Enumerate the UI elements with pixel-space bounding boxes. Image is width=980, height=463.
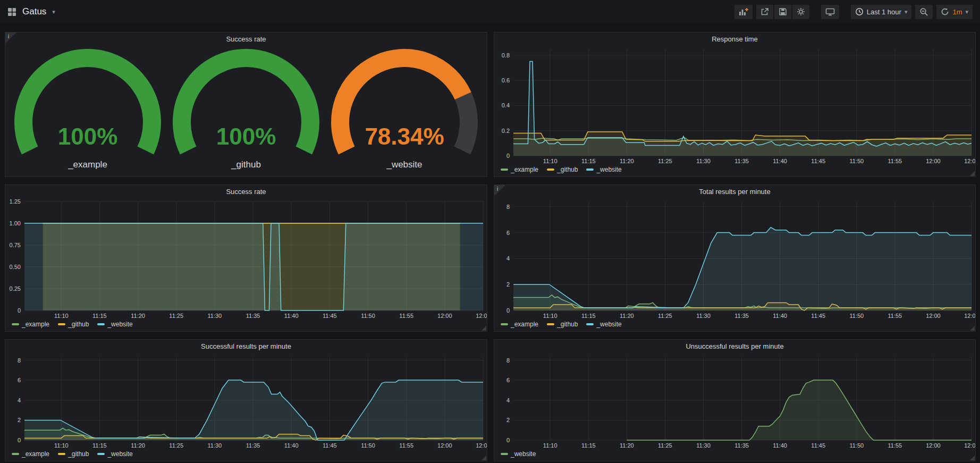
legend-marker (12, 323, 19, 325)
save-dashboard-button[interactable] (774, 5, 791, 19)
legend-item-_github[interactable]: _github (547, 321, 578, 328)
cycle-view-mode-button[interactable] (821, 5, 839, 19)
legend-item-_example[interactable]: _example (501, 321, 538, 328)
unsuccessful-results-chart[interactable]: 11:1011:1511:2011:2511:3011:3511:4011:45… (494, 353, 975, 450)
svg-text:0: 0 (506, 307, 510, 314)
legend-item-_website[interactable]: _website (97, 450, 132, 458)
dashboard-title-caret-icon[interactable]: ▾ (52, 9, 55, 15)
refresh-interval-label: 1m (952, 8, 962, 16)
tv-mode-icon (825, 7, 835, 16)
svg-text:0.75: 0.75 (10, 242, 21, 248)
legend-label: _example (22, 321, 49, 328)
panel-title[interactable]: Success rate (5, 32, 487, 46)
svg-text:12:05: 12:05 (964, 442, 975, 449)
panel-title[interactable]: Total results per minute (494, 185, 975, 198)
legend-marker (501, 323, 508, 325)
panel-info-corner-icon[interactable] (494, 185, 505, 196)
svg-text:11:30: 11:30 (696, 442, 711, 449)
legend-marker (97, 453, 105, 455)
response-time-chart[interactable]: 11:1011:1511:2011:2511:3011:3511:4011:45… (494, 46, 975, 165)
svg-text:11:20: 11:20 (620, 442, 634, 449)
dashboard-settings-button[interactable] (792, 5, 809, 19)
total-results-chart[interactable]: 11:1011:1511:2011:2511:3011:3511:4011:45… (494, 198, 975, 320)
svg-text:11:35: 11:35 (246, 313, 260, 319)
svg-text:11:20: 11:20 (131, 442, 145, 449)
gauge-arc: 100% (172, 47, 320, 159)
save-icon (779, 7, 787, 16)
svg-text:11:35: 11:35 (734, 158, 749, 164)
add-panel-button[interactable] (734, 5, 753, 19)
svg-text:2: 2 (18, 417, 21, 423)
legend-item-_example[interactable]: _example (12, 321, 49, 328)
legend-marker (58, 453, 65, 455)
legend-item-_github[interactable]: _github (58, 321, 89, 328)
svg-text:11:45: 11:45 (323, 313, 337, 319)
svg-text:11:55: 11:55 (399, 442, 413, 449)
svg-text:8: 8 (506, 357, 510, 364)
legend-marker (586, 323, 594, 325)
legend-item-_github[interactable]: _github (547, 166, 578, 173)
legend-item-_github[interactable]: _github (58, 450, 89, 458)
share-dashboard-button[interactable] (756, 5, 773, 19)
gauge-label: _website (386, 159, 422, 170)
legend-item-_example[interactable]: _example (12, 450, 49, 458)
legend-label: _website (107, 450, 132, 458)
chart-canvas: 11:1011:1511:2011:2511:3011:3511:4011:45… (494, 353, 975, 450)
svg-text:11:15: 11:15 (92, 313, 107, 319)
svg-text:11:30: 11:30 (696, 313, 711, 319)
panel-title[interactable]: Successful results per minute (5, 340, 487, 353)
legend-item-_website[interactable]: _website (586, 166, 621, 173)
svg-text:0.2: 0.2 (502, 128, 510, 134)
svg-text:4: 4 (18, 397, 21, 403)
svg-text:1.00: 1.00 (10, 220, 21, 226)
share-icon (761, 7, 769, 16)
legend-item-_website[interactable]: _website (97, 321, 132, 328)
svg-text:11:10: 11:10 (54, 442, 69, 449)
refresh-picker[interactable]: 1m ▾ (936, 5, 973, 19)
svg-text:11:50: 11:50 (849, 313, 864, 319)
chart-canvas: 11:1011:1511:2011:2511:3011:3511:4011:45… (5, 198, 487, 320)
svg-text:1.25: 1.25 (10, 198, 21, 205)
gauge-label: _github (231, 159, 261, 170)
time-range-caret-icon: ▾ (905, 9, 908, 15)
svg-text:11:40: 11:40 (773, 442, 787, 449)
dashboard-title[interactable]: Gatus (22, 6, 46, 17)
panel-unsuccessful-results: Unsuccessful results per minute 11:1011:… (494, 339, 976, 461)
successful-results-chart[interactable]: 11:1011:1511:2011:2511:3011:3511:4011:45… (5, 353, 487, 450)
svg-text:11:35: 11:35 (734, 442, 749, 449)
legend-label: _website (107, 321, 132, 328)
svg-text:11:25: 11:25 (658, 313, 672, 319)
panel-title[interactable]: Success rate (5, 185, 487, 198)
gauges-row: 100% _example 100% _github 78.34% _websi… (5, 46, 487, 176)
svg-text:11:45: 11:45 (811, 442, 825, 449)
svg-text:0.4: 0.4 (502, 102, 510, 108)
legend-item-_example[interactable]: _example (501, 166, 538, 173)
legend-label: _website (596, 166, 621, 173)
dashboard-grid: i Success rate 100% _example 100% _githu… (0, 23, 980, 461)
legend: _example_github_website (494, 320, 975, 331)
legend-item-_website[interactable]: _website (501, 450, 536, 458)
success-rate-chart[interactable]: 11:1011:1511:2011:2511:3011:3511:4011:45… (5, 198, 487, 320)
svg-text:11:20: 11:20 (131, 313, 145, 319)
gauge-arc: 100% (13, 47, 162, 159)
svg-text:11:35: 11:35 (734, 313, 749, 319)
svg-text:6: 6 (18, 377, 21, 383)
svg-text:12:00: 12:00 (926, 158, 941, 164)
svg-text:2: 2 (506, 281, 510, 288)
svg-text:11:25: 11:25 (169, 442, 183, 449)
panel-title[interactable]: Response time (494, 32, 975, 46)
dashboard-grid-icon[interactable] (7, 7, 16, 16)
gauge-arc: 78.34% (330, 47, 479, 159)
legend-item-_website[interactable]: _website (586, 321, 621, 328)
gauge-example: 100% _example (13, 47, 162, 170)
panel-title[interactable]: Unsuccessful results per minute (494, 340, 975, 353)
svg-text:11:40: 11:40 (284, 442, 299, 449)
gauge-value: 78.34% (365, 123, 444, 149)
panel-info-corner-icon[interactable] (5, 32, 16, 44)
zoom-out-button[interactable] (915, 5, 933, 19)
svg-text:6: 6 (506, 377, 510, 383)
legend: _example_github_website (494, 165, 975, 176)
svg-text:11:55: 11:55 (888, 158, 902, 164)
svg-text:0: 0 (506, 437, 510, 443)
time-range-picker[interactable]: Last 1 hour ▾ (851, 5, 912, 19)
